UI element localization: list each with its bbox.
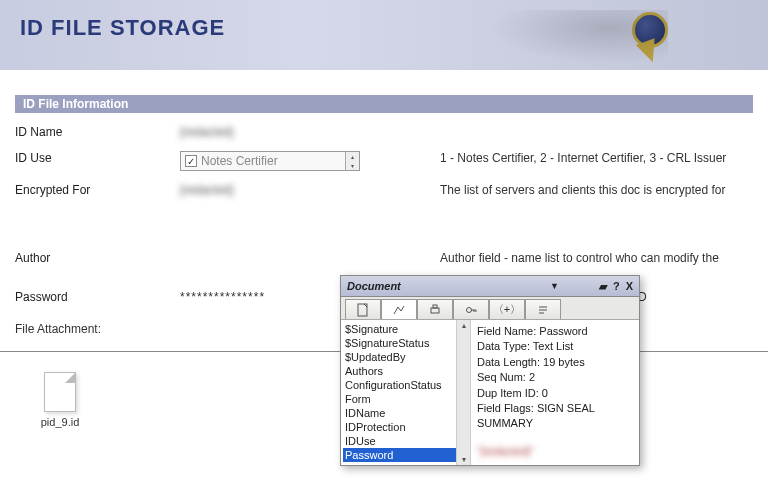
panel-minimize-icon[interactable]: ▰ bbox=[599, 280, 607, 293]
panel-close-icon[interactable]: X bbox=[626, 280, 633, 293]
detail-line: Field Name: Password bbox=[477, 324, 633, 339]
panel-titlebar[interactable]: Document ▼ ▰ ? X bbox=[341, 276, 639, 297]
checkbox-icon: ✓ bbox=[185, 155, 197, 167]
banner-header: ID FILE STORAGE bbox=[0, 0, 768, 70]
label-encrypted: Encrypted For bbox=[15, 183, 180, 197]
key-icon bbox=[528, 35, 598, 55]
field-list-item[interactable]: $Signature bbox=[343, 322, 468, 336]
field-list-item[interactable]: Password bbox=[343, 448, 468, 462]
label-password: Password bbox=[15, 290, 180, 304]
field-detail: Field Name: Password Data Type: Text Lis… bbox=[471, 320, 639, 465]
file-attachment[interactable]: pid_9.id bbox=[30, 372, 90, 428]
iduse-select[interactable]: ✓ Notes Certifier ▴▾ bbox=[180, 151, 360, 171]
detail-line: Field Flags: SIGN SEAL bbox=[477, 401, 633, 416]
row-author: Author Author field - name list to contr… bbox=[15, 251, 753, 265]
panel-dropdown[interactable]: ▼ bbox=[405, 278, 599, 294]
svg-rect-2 bbox=[433, 305, 437, 308]
field-list-item[interactable]: IDProtection bbox=[343, 420, 468, 434]
detail-line: Dup Item ID: 0 bbox=[477, 386, 633, 401]
row-idname: ID Name [redacted] bbox=[15, 125, 753, 139]
desc-encrypted: The list of servers and clients this doc… bbox=[430, 183, 753, 197]
desc-iduse: 1 - Notes Certifier, 2 - Internet Certif… bbox=[430, 151, 753, 165]
panel-body: $Signature$SignatureStatus$UpdatedByAuth… bbox=[341, 320, 639, 465]
detail-line: Seq Num: 2 bbox=[477, 370, 633, 385]
value-idname: [redacted] bbox=[180, 125, 430, 139]
panel-tab-paragraph-icon[interactable] bbox=[525, 299, 561, 319]
label-idname: ID Name bbox=[15, 125, 180, 139]
field-list-item[interactable]: Authors bbox=[343, 364, 468, 378]
panel-tab-plus-icon[interactable]: 〈+〉 bbox=[489, 299, 525, 319]
panel-tab-fields-icon[interactable] bbox=[381, 299, 417, 319]
panel-tabs: 〈+〉 bbox=[341, 297, 639, 320]
panel-title: Document bbox=[347, 280, 401, 292]
file-icon bbox=[44, 372, 76, 412]
row-encrypted: Encrypted For [redacted] The list of ser… bbox=[15, 183, 753, 231]
panel-tab-page-icon[interactable] bbox=[345, 299, 381, 319]
scroll-up-icon[interactable]: ▴ bbox=[461, 320, 467, 331]
page-title: ID FILE STORAGE bbox=[20, 15, 748, 41]
field-list[interactable]: $Signature$SignatureStatus$UpdatedByAuth… bbox=[341, 320, 471, 465]
detail-line: Data Type: Text List bbox=[477, 339, 633, 354]
label-author: Author bbox=[15, 251, 180, 265]
field-list-item[interactable]: $UpdatedBy bbox=[343, 350, 468, 364]
svg-point-3 bbox=[467, 307, 472, 312]
scrollbar[interactable]: ▴ ▾ bbox=[456, 320, 470, 465]
iduse-selected: Notes Certifier bbox=[201, 154, 278, 168]
value-encrypted: [redacted] bbox=[180, 183, 430, 231]
detail-line: SUMMARY bbox=[477, 416, 633, 431]
panel-tab-key-icon[interactable] bbox=[453, 299, 489, 319]
field-list-item[interactable]: ConfigurationStatus bbox=[343, 378, 468, 392]
detail-line: Data Length: 19 bytes bbox=[477, 355, 633, 370]
file-name: pid_9.id bbox=[30, 416, 90, 428]
scroll-down-icon[interactable]: ▾ bbox=[461, 454, 467, 465]
section-header: ID File Information bbox=[15, 95, 753, 113]
spinner-icon[interactable]: ▴▾ bbox=[345, 152, 359, 170]
document-properties-panel[interactable]: Document ▼ ▰ ? X 〈+〉 $Signature$Signatur… bbox=[340, 275, 640, 466]
field-list-item[interactable]: IDName bbox=[343, 406, 468, 420]
svg-rect-1 bbox=[431, 308, 439, 313]
panel-tab-printer-icon[interactable] bbox=[417, 299, 453, 319]
detail-value-redacted: "[redacted]" bbox=[477, 444, 534, 459]
panel-help-icon[interactable]: ? bbox=[613, 280, 620, 293]
row-iduse: ID Use ✓ Notes Certifier ▴▾ 1 - Notes Ce… bbox=[15, 151, 753, 171]
desc-author: Author field - name list to control who … bbox=[430, 251, 753, 265]
field-list-item[interactable]: Form bbox=[343, 392, 468, 406]
label-iduse: ID Use bbox=[15, 151, 180, 165]
field-list-item[interactable]: $SignatureStatus bbox=[343, 336, 468, 350]
field-list-item[interactable]: IDUse bbox=[343, 434, 468, 448]
ribbon-seal-icon bbox=[632, 12, 668, 48]
